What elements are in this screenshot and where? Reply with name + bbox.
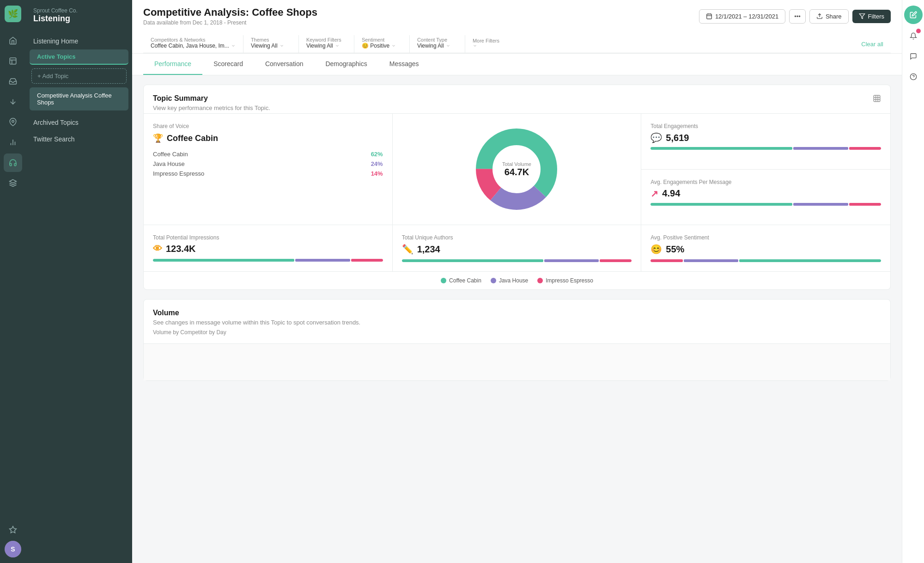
filters-button[interactable]: Filters	[852, 10, 891, 23]
legend-item-3: Impresso Espresso	[537, 277, 593, 284]
svg-rect-16	[874, 95, 880, 102]
svg-marker-15	[859, 14, 865, 19]
tab-scorecard[interactable]: Scorecard	[202, 54, 254, 75]
page-title: Competitive Analysis: Coffee Shops	[143, 6, 317, 18]
volume-header-text: Volume See changes in message volume wit…	[153, 309, 360, 326]
legend-item-2: Java House	[491, 277, 528, 284]
filter-keywords[interactable]: Keyword Filters Viewing All	[299, 35, 354, 53]
filter-keywords-label: Keyword Filters	[306, 37, 346, 43]
topic-summary-card: Topic Summary View key performance metri…	[143, 85, 891, 290]
nav-icon-star[interactable]	[4, 520, 22, 539]
tab-demographics[interactable]: Demographics	[314, 54, 378, 75]
total-volume-value: 64.7K	[502, 167, 531, 177]
legend-label-1: Coffee Cabin	[449, 277, 481, 284]
share-of-voice-cell: Share of Voice 🏆 Coffee Cabin Coffee Cab…	[144, 114, 393, 225]
trophy-icon: 🏆	[153, 133, 163, 143]
brand: Sprout Coffee Co. Listening	[26, 7, 132, 33]
legend-label-3: Impresso Espresso	[546, 277, 593, 284]
sidebar-item-archived-topics[interactable]: Archived Topics	[26, 114, 132, 131]
filter-sentiment-value: 😊 Positive	[362, 43, 402, 49]
date-range-label: 12/1/2021 – 12/31/2021	[715, 13, 778, 20]
card-subtitle: View key performance metrics for this To…	[153, 104, 270, 111]
legend-label-2: Java House	[499, 277, 528, 284]
nav-icon-pin[interactable]	[4, 113, 22, 131]
nav-icon-home[interactable]	[4, 31, 22, 50]
svg-marker-9	[10, 526, 17, 533]
page-info: Competitive Analysis: Coffee Shops Data …	[143, 6, 317, 26]
compose-button[interactable]	[904, 6, 923, 24]
avg-engagements-label: Avg. Engagements Per Message	[650, 179, 881, 185]
page-subtitle: Data available from Dec 1, 2018 - Presen…	[143, 19, 317, 26]
product-name: Listening	[33, 14, 125, 24]
avg-engagements-bar	[650, 203, 881, 206]
share-button[interactable]: Share	[809, 9, 849, 24]
donut-center: Total Volume 64.7K	[502, 161, 531, 177]
add-topic-button[interactable]: + Add Topic	[31, 68, 127, 84]
filter-themes[interactable]: Themes Viewing All	[243, 35, 299, 53]
user-avatar[interactable]: S	[5, 541, 21, 557]
impressions-value: 👁 123.4K	[153, 244, 383, 254]
card-title: Topic Summary	[153, 94, 270, 103]
avg-engagements-cell: Avg. Engagements Per Message ↗ 4.94	[641, 170, 890, 225]
notifications-button[interactable]	[905, 28, 922, 44]
donut-chart-cell: Total Volume 64.7K	[393, 114, 642, 225]
sov-winner-name: Coffee Cabin	[167, 134, 218, 143]
header-actions: 12/1/2021 – 12/31/2021 ••• Share Filters	[699, 9, 891, 24]
nav-icon-inbox[interactable]	[4, 72, 22, 91]
svg-rect-0	[10, 58, 16, 64]
competitor-3-name: Impresso Espresso	[153, 170, 204, 177]
pen-icon: ✏️	[402, 244, 413, 255]
bottom-metrics: Total Potential Impressions 👁 123.4K Tot…	[144, 225, 890, 271]
arrow-up-icon: ↗	[650, 188, 658, 199]
competitor-1-name: Coffee Cabin	[153, 151, 188, 158]
tab-messages[interactable]: Messages	[378, 54, 430, 75]
sentiment-bar	[650, 259, 881, 262]
filter-content-type-label: Content Type	[417, 37, 457, 43]
summary-grid: Share of Voice 🏆 Coffee Cabin Coffee Cab…	[144, 113, 890, 225]
nav-icon-automation[interactable]	[4, 174, 22, 192]
tabs-bar: Performance Scorecard Conversation Demog…	[132, 54, 902, 75]
filter-more-value	[473, 43, 513, 48]
filter-themes-label: Themes	[251, 37, 291, 43]
nav-icon-listening[interactable]	[4, 153, 22, 172]
help-button[interactable]	[905, 68, 922, 85]
filter-competitors[interactable]: Competitors & Networks Coffee Cabin, Jav…	[143, 35, 243, 53]
sidebar-item-listening-home[interactable]: Listening Home	[26, 33, 132, 49]
sentiment-label: Avg. Positive Sentiment	[650, 234, 881, 241]
legend-item-1: Coffee Cabin	[441, 277, 481, 284]
nav-icon-reports[interactable]	[4, 133, 22, 152]
filter-content-type[interactable]: Content Type Viewing All	[410, 35, 465, 53]
filter-sentiment[interactable]: Sentiment 😊 Positive	[354, 35, 410, 53]
filter-more[interactable]: More Filters	[465, 36, 521, 52]
competitor-2-name: Java House	[153, 160, 185, 167]
date-range-button[interactable]: 12/1/2021 – 12/31/2021	[699, 9, 785, 24]
filters-label: Filters	[868, 13, 884, 20]
content-area: Topic Summary View key performance metri…	[132, 75, 902, 563]
impressions-cell: Total Potential Impressions 👁 123.4K	[144, 225, 393, 271]
total-engagements-cell: Total Engagements 💬 5,619	[641, 114, 890, 170]
filter-competitors-label: Competitors & Networks	[151, 37, 236, 43]
volume-chart-label: Volume by Competitor by Day	[144, 328, 890, 343]
eye-icon: 👁	[153, 244, 162, 254]
donut-chart: Total Volume 64.7K	[470, 123, 563, 215]
nav-icon-topics[interactable]	[4, 52, 22, 70]
tab-conversation[interactable]: Conversation	[254, 54, 315, 75]
top-header: Competitive Analysis: Coffee Shops Data …	[132, 0, 902, 54]
clear-all-button[interactable]: Clear all	[854, 41, 891, 48]
app-logo: 🌿	[5, 6, 21, 22]
nav-icon-publish[interactable]	[4, 92, 22, 111]
main-content: Competitive Analysis: Coffee Shops Data …	[132, 0, 902, 563]
sidebar-item-twitter-search[interactable]: Twitter Search	[26, 131, 132, 147]
messages-button[interactable]	[905, 48, 922, 65]
filter-bar: Competitors & Networks Coffee Cabin, Jav…	[143, 31, 891, 53]
filter-content-type-value: Viewing All	[417, 43, 457, 49]
sov-label: Share of Voice	[153, 123, 383, 129]
tab-performance[interactable]: Performance	[143, 54, 202, 75]
volume-by-competitor-label: Volume by Competitor by Day	[153, 329, 226, 336]
total-volume-label: Total Volume	[502, 161, 531, 167]
sidebar-item-current-topic[interactable]: Competitive Analysis Coffee Shops	[30, 87, 128, 110]
sidebar-item-active-topics[interactable]: Active Topics	[30, 49, 128, 65]
table-view-icon[interactable]	[873, 94, 881, 104]
more-options-button[interactable]: •••	[789, 9, 806, 24]
company-name: Sprout Coffee Co.	[33, 7, 125, 14]
